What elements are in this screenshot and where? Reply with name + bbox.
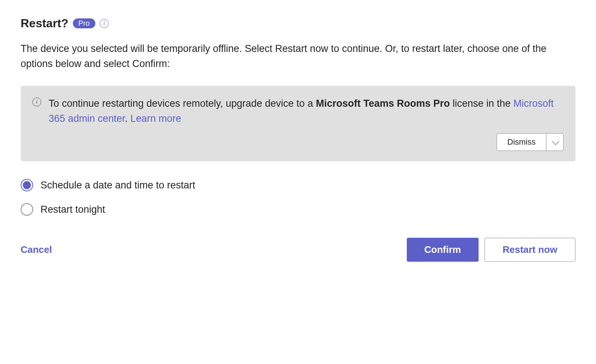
radio-label-schedule: Schedule a date and time to restart	[40, 180, 195, 191]
radio-circle-selected	[21, 179, 33, 191]
cancel-button[interactable]: Cancel	[21, 244, 52, 255]
dismiss-button[interactable]: Dismiss	[497, 134, 546, 151]
dismiss-chevron-button[interactable]	[546, 134, 563, 151]
learn-more-link[interactable]: Learn more	[130, 113, 181, 124]
dialog-description: The device you selected will be temporar…	[21, 41, 575, 71]
radio-circle-unselected	[21, 203, 33, 216]
dismiss-button-group: Dismiss	[497, 133, 564, 151]
info-icon: i	[32, 98, 41, 106]
radio-option-tonight[interactable]: Restart tonight	[21, 203, 575, 216]
dialog-footer: Cancel Confirm Restart now	[21, 238, 575, 262]
banner-text-part: To continue restarting devices remotely,…	[49, 98, 316, 109]
banner-text-bold: Microsoft Teams Rooms Pro	[316, 98, 450, 109]
confirm-button[interactable]: Confirm	[407, 238, 479, 262]
radio-label-tonight: Restart tonight	[40, 204, 105, 215]
pro-badge: Pro	[73, 18, 95, 28]
radio-option-schedule[interactable]: Schedule a date and time to restart	[21, 179, 575, 191]
banner-text-part: license in the	[450, 98, 514, 109]
info-banner-text: To continue restarting devices remotely,…	[49, 96, 564, 126]
radio-inner-icon	[23, 181, 31, 189]
radio-options: Schedule a date and time to restart Rest…	[21, 179, 575, 216]
info-banner: i To continue restarting devices remotel…	[21, 86, 575, 161]
chevron-down-icon	[552, 138, 559, 145]
banner-text-part: .	[125, 113, 130, 124]
restart-now-button[interactable]: Restart now	[484, 238, 575, 262]
info-icon[interactable]: i	[100, 19, 109, 28]
dialog-title: Restart?	[21, 17, 68, 30]
